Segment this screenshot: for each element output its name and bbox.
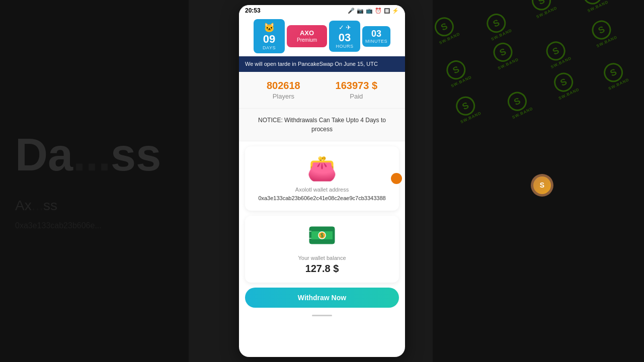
wallet-emoji-icon: 👛 bbox=[307, 154, 337, 183]
mic-icon: 🎤 bbox=[348, 8, 355, 14]
bg-left-title: Da...ss bbox=[15, 132, 174, 177]
svg-text:$: $ bbox=[320, 233, 324, 238]
status-icons: 🎤 📷 📺 ⏰ 🔲 ⚡ bbox=[348, 8, 399, 14]
withdrawal-notice-text: NOTICE: Withdrawals Can Take Upto 4 Days… bbox=[258, 117, 386, 133]
paid-number: 163973 $ bbox=[336, 80, 377, 92]
paid-stat: 163973 $ Paid bbox=[336, 80, 377, 100]
premium-label: Premium bbox=[293, 37, 321, 43]
telegram-icon: ✈ bbox=[346, 24, 351, 31]
scroll-indicator bbox=[312, 315, 332, 316]
hours-box: ✓ ✈ 03 HOURS bbox=[329, 21, 360, 52]
players-label: Players bbox=[273, 93, 294, 100]
hours-icons: ✓ ✈ bbox=[339, 24, 351, 31]
wallet-card: 👛 Axolotl wallet address 0xa3e133cab23b6… bbox=[245, 146, 399, 210]
checkmark-icon: ✓ bbox=[339, 24, 344, 31]
days-label: DAYS bbox=[263, 45, 276, 50]
video-icon: 📷 bbox=[357, 8, 364, 14]
wallet-address: 0xa3e133cab23b606e2c41e08c2eae9c7cb33433… bbox=[258, 195, 385, 202]
minutes-box: 03 MINUTES bbox=[362, 26, 390, 47]
phone-frame: 20:53 🎤 📷 📺 ⏰ 🔲 ⚡ 🐱 09 DAYS AXO Premium … bbox=[239, 5, 405, 357]
balance-amount: 127.8 $ bbox=[305, 263, 339, 275]
axolotl-emoji: 🐱 bbox=[264, 22, 275, 33]
balance-card: $ Your wallet balance 127.8 $ bbox=[245, 216, 399, 283]
players-stat: 802618 Players bbox=[267, 80, 300, 100]
days-value: 09 bbox=[263, 34, 275, 45]
status-bar: 20:53 🎤 📷 📺 ⏰ 🔲 ⚡ bbox=[239, 5, 405, 16]
withdraw-button[interactable]: Withdraw Now bbox=[245, 288, 399, 308]
screen-icon: 📺 bbox=[366, 8, 373, 14]
bg-left-subtitle: Ax...ss bbox=[15, 198, 174, 214]
hours-value: 03 bbox=[339, 32, 351, 43]
money-icon: $ bbox=[308, 224, 336, 251]
wallet-address-label: Axolotl wallet address bbox=[295, 187, 349, 193]
svg-rect-3 bbox=[311, 239, 333, 242]
countdown-section: 🐱 09 DAYS AXO Premium ✓ ✈ 03 HOURS 03 MI… bbox=[239, 16, 405, 56]
bg-left-address: 0xa3e133cab23b606e... bbox=[15, 221, 174, 230]
notice-banner: We will open tarde in PancakeSwap On Jun… bbox=[239, 56, 405, 72]
days-box: 🐱 09 DAYS bbox=[254, 19, 285, 53]
axo-label: AXO bbox=[293, 29, 321, 37]
paid-label: Paid bbox=[350, 93, 363, 100]
svg-rect-6 bbox=[308, 231, 311, 232]
svg-rect-2 bbox=[311, 229, 333, 231]
orange-dot bbox=[391, 173, 402, 184]
axo-premium-button[interactable]: AXO Premium bbox=[287, 25, 327, 47]
battery-icon: ⚡ bbox=[392, 8, 399, 14]
withdrawal-notice: NOTICE: Withdrawals Can Take Upto 4 Days… bbox=[239, 109, 405, 141]
svg-rect-7 bbox=[308, 238, 311, 239]
status-time: 20:53 bbox=[245, 7, 261, 14]
alarm-icon: ⏰ bbox=[375, 8, 382, 14]
notice-banner-text: We will open tarde in PancakeSwap On Jun… bbox=[245, 61, 378, 67]
stats-section: 802618 Players 163973 $ Paid bbox=[239, 72, 405, 109]
hours-label: HOURS bbox=[336, 44, 353, 49]
players-number: 802618 bbox=[267, 80, 300, 92]
sim-icon: 🔲 bbox=[384, 8, 390, 14]
minutes-value: 03 bbox=[371, 29, 381, 38]
balance-label: Your wallet balance bbox=[298, 255, 346, 261]
minutes-label: MINUTES bbox=[365, 39, 387, 44]
